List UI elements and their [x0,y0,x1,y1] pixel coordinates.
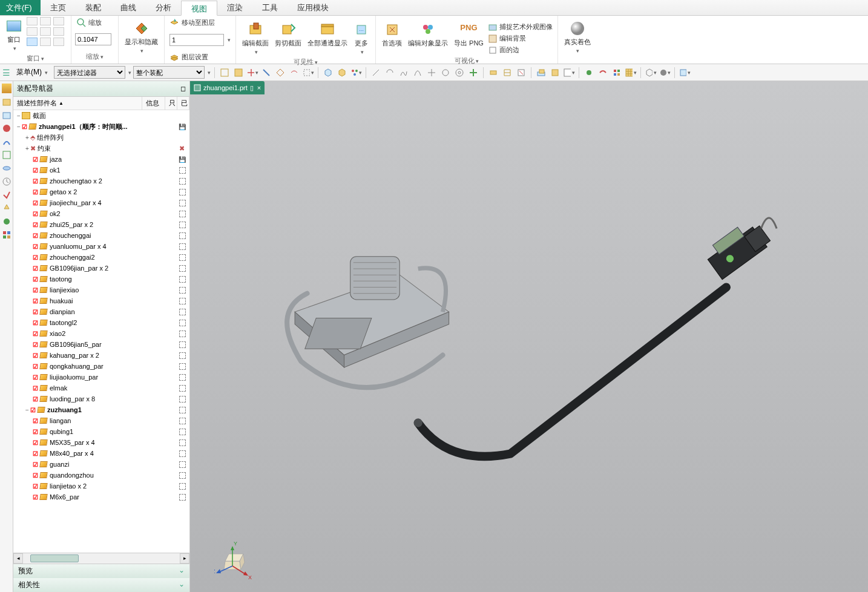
tb-icon-10[interactable]: ▾ [350,67,362,79]
file-menu[interactable]: 文件(F) [0,0,41,15]
col-changed[interactable]: 已 [177,97,189,110]
layout-btn-1[interactable] [27,17,38,25]
tb-icon-7[interactable]: ▾ [302,67,314,79]
tb-icon-8[interactable] [322,67,334,79]
show-hide-button[interactable]: 显示和隐藏▾ [122,19,160,55]
layout-btn-6[interactable] [53,27,64,36]
menu-tab-tools[interactable]: 工具 [252,0,288,15]
zoom-value-input[interactable] [75,33,111,45]
side-icon-10[interactable] [2,203,12,213]
tb-icon-12[interactable] [384,67,396,79]
tb-icon-28[interactable]: ▾ [625,67,637,79]
svg-point-47 [660,70,666,76]
preferences[interactable]: 首选项 [380,21,404,55]
hscroll-thumb[interactable] [30,554,79,562]
tb-icon-21[interactable] [515,67,527,79]
menu-tab-assembly[interactable]: 装配 [76,0,111,15]
layer-settings[interactable]: 图层设置 [168,51,232,62]
side-icon-9[interactable] [2,190,12,200]
tb-icon-11[interactable] [370,67,382,79]
menu-icon[interactable]: ☰ [2,68,10,77]
tb-icon-17[interactable] [453,67,465,79]
menu-tab-view[interactable]: 视图 [181,1,217,16]
side-icon-5[interactable] [2,137,12,146]
tb-icon-14[interactable] [412,67,424,79]
layout-btn-9[interactable] [53,38,64,46]
tb-icon-23[interactable] [549,67,561,79]
col-info[interactable]: 信息 [142,97,165,110]
side-icon-11[interactable] [2,217,12,226]
more-button[interactable]: ⋯更多▾ [351,21,372,56]
tb-icon-16[interactable] [439,67,452,79]
preview-header[interactable]: 预览⌄ [13,564,189,578]
side-icon-6[interactable] [2,150,12,160]
tb-icon-1[interactable] [219,67,231,79]
tb-icon-15[interactable] [426,67,438,79]
menu-tab-appmodule[interactable]: 应用模块 [288,0,338,15]
side-icon-1[interactable] [2,84,12,93]
hscroll-right[interactable]: ▸ [180,553,189,564]
move-to-layer[interactable]: 移动至图层 [168,17,232,28]
capture-image[interactable]: 捕捉艺术外观图像 [487,22,554,32]
true-shade[interactable]: 真实着色▾ [562,19,593,55]
side-icon-7[interactable] [2,163,12,173]
side-icon-4[interactable] [2,123,12,133]
layout-btn-4[interactable] [27,27,38,36]
face-edges-label: 面的边 [499,45,519,54]
tb-icon-30[interactable]: ▾ [659,67,671,79]
menu-m[interactable]: 菜单(M) ▾ [12,65,52,79]
tree-hscroll[interactable]: ◂ ▸ [13,553,189,564]
edit-section[interactable]: 编辑截面▾ [240,21,271,56]
tb-icon-27[interactable] [611,67,623,79]
side-icon-12[interactable] [2,230,12,240]
tb-icon-22[interactable] [535,67,547,79]
menu-tab-curve[interactable]: 曲线 [111,0,146,15]
tb-icon-29[interactable]: ▾ [645,67,657,79]
tb-icon-20[interactable] [501,67,513,79]
tb-icon-24[interactable]: ▾ [563,67,575,79]
tb-icon-6[interactable] [288,67,300,79]
layout-btn-5[interactable] [40,27,51,36]
menu-tab-render[interactable]: 渲染 [217,0,252,15]
window-button[interactable]: 窗口▾ [4,17,24,53]
filter1-select[interactable]: 无选择过滤器 [54,66,125,79]
tb-icon-26[interactable] [597,67,609,79]
menu-tab-home[interactable]: 主页 [41,0,76,15]
layout-btn-8[interactable] [40,38,51,46]
edit-background[interactable]: 编辑背景 [487,33,554,44]
side-icon-2[interactable] [2,97,12,107]
view-triad[interactable]: Y X Z [214,539,257,581]
panel-undock-icon[interactable]: ◻ [180,85,186,93]
side-icon-3[interactable] [2,110,12,120]
all-transparent[interactable]: 全部通透显示 [305,21,350,56]
tb-icon-18[interactable] [467,67,479,79]
3d-viewport[interactable]: zhuangpei1.prt ▯ × [190,81,868,592]
svg-rect-38 [552,70,558,76]
tb-icon-31[interactable]: ▾ [679,67,691,79]
tb-icon-5[interactable] [274,67,286,79]
hscroll-left[interactable]: ◂ [13,553,23,564]
export-png[interactable]: PNG导出 PNG [452,21,486,55]
tb-icon-9[interactable] [336,67,348,79]
side-icon-8[interactable] [2,177,12,186]
edit-obj-display[interactable]: 编辑对象显示 [406,21,450,55]
tb-icon-25[interactable] [583,67,595,79]
layout-btn-7[interactable] [27,38,38,46]
face-edges[interactable]: 面的边 [487,45,554,55]
tb-icon-19[interactable] [487,67,499,79]
col-name[interactable]: 描述性部件名 [17,99,57,108]
tb-icon-2[interactable] [232,67,245,79]
related-header[interactable]: 相关性⌄ [13,578,189,592]
col-readonly[interactable]: 只 [165,97,177,110]
layout-btn-3[interactable] [53,17,64,25]
tb-icon-13[interactable] [398,67,410,79]
filter2-select[interactable]: 整个装配 [133,66,205,79]
menu-tab-analysis[interactable]: 分析 [146,0,181,15]
assembly-tree[interactable]: −截面−☑zhuangpei1（顺序：时间顺...💾+⬘组件阵列+✖约束✖☑ja… [13,110,189,553]
tb-icon-3[interactable]: ▾ [246,67,258,79]
zoom-button[interactable]: 缩放 [75,17,114,28]
layout-btn-2[interactable] [40,17,51,25]
cut-section[interactable]: 剪切截面 [272,21,304,56]
layer-combo[interactable] [169,34,224,46]
tb-icon-4[interactable] [260,67,272,79]
